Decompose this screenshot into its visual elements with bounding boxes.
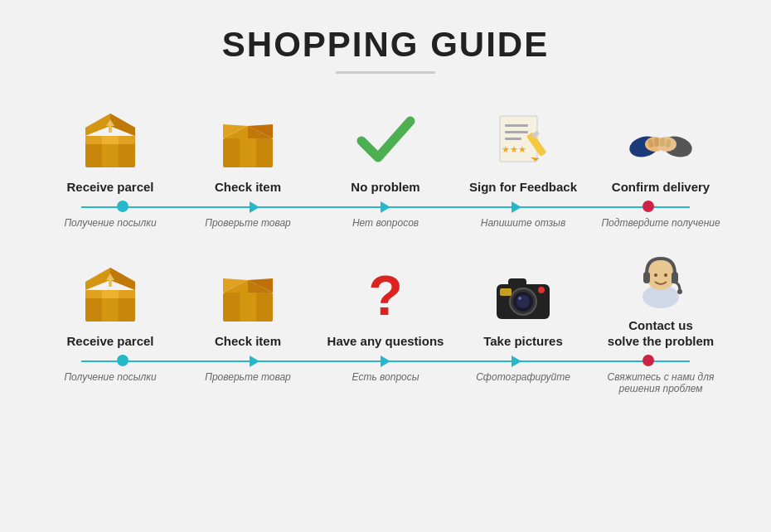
svg-point-51 xyxy=(538,287,545,293)
sublabel-confirm: Подтвердите получение xyxy=(599,217,723,229)
steps-row-2: Receive parcel Check item ? xyxy=(17,245,754,350)
step-label-receive-2: Receive parcel xyxy=(66,334,153,348)
sublabel-contact: Свяжитесь с нами для решения проблем xyxy=(599,371,723,394)
box-icon-1 xyxy=(73,107,148,173)
steps-row-1: Receive parcel Check item xyxy=(17,107,754,196)
step-label-contact-1: Contact us xyxy=(608,318,714,332)
feedback-icon: ★★★ xyxy=(486,107,560,173)
title-divider xyxy=(336,71,435,74)
dot-2-1 xyxy=(117,355,128,366)
step-label-check-2: Check item xyxy=(215,334,281,348)
dot-1 xyxy=(117,201,128,212)
svg-rect-27 xyxy=(654,138,659,147)
svg-rect-33 xyxy=(102,290,119,298)
timeline-row-1 xyxy=(17,201,754,214)
step-label-check-1: Check item xyxy=(215,180,281,194)
step-receive-1: Receive parcel xyxy=(44,107,177,196)
sublabel-check-2: Проверьте товар xyxy=(186,371,310,394)
sublabel-questions: Есть вопросы xyxy=(323,371,448,394)
support-icon xyxy=(623,245,698,312)
svg-marker-5 xyxy=(110,114,135,136)
svg-rect-55 xyxy=(643,272,650,283)
step-label-pictures: Take pictures xyxy=(483,334,563,348)
step-check-2: Check item xyxy=(182,261,314,350)
svg-rect-52 xyxy=(500,288,512,296)
open-box-icon-1 xyxy=(211,107,285,173)
svg-point-48 xyxy=(516,295,530,308)
arrow-2-1 xyxy=(250,355,259,367)
svg-point-57 xyxy=(677,289,682,294)
svg-rect-39 xyxy=(240,293,256,322)
guide-row-1: Receive parcel Check item xyxy=(17,107,754,229)
svg-rect-16 xyxy=(505,131,528,133)
step-label-feedback: Sign for Feedback xyxy=(469,180,577,194)
step-feedback: ★★★ Sign for Feedback xyxy=(457,107,589,196)
question-icon: ? xyxy=(348,261,423,327)
page-title: SHOPPING GUIDE xyxy=(222,25,549,65)
sublabel-noproblem: Нет вопросов xyxy=(323,217,448,229)
step-label-confirm: Confirm delivery xyxy=(612,180,710,194)
svg-rect-7 xyxy=(109,126,112,133)
sublabel-feedback: Напишите отзыв xyxy=(461,217,585,229)
page-title-section: SHOPPING GUIDE xyxy=(222,25,549,74)
svg-text:?: ? xyxy=(368,264,403,326)
arrow-3 xyxy=(512,201,521,213)
sublabels-row-2: Получение посылки Проверьте товар Есть в… xyxy=(17,371,754,394)
arrow-2 xyxy=(381,201,390,213)
step-receive-2: Receive parcel xyxy=(44,261,177,350)
step-noproblem: No problem xyxy=(319,107,452,196)
sublabels-row-1: Получение посылки Проверьте товар Нет во… xyxy=(17,217,754,229)
checkmark-icon xyxy=(348,107,423,173)
step-label-questions: Have any questions xyxy=(327,334,444,348)
sublabel-receive-1: Получение посылки xyxy=(48,217,172,229)
box-icon-2 xyxy=(73,261,148,327)
arrow-1 xyxy=(250,201,259,213)
svg-point-59 xyxy=(664,273,667,277)
dot-end-2 xyxy=(642,355,654,366)
svg-marker-35 xyxy=(110,268,135,290)
svg-rect-3 xyxy=(102,136,119,144)
open-box-icon-2 xyxy=(211,261,285,327)
handshake-icon xyxy=(623,107,698,173)
arrow-2-3 xyxy=(512,355,521,367)
sublabel-pictures: Сфотографируйте xyxy=(461,371,585,394)
arrow-2-2 xyxy=(381,355,390,367)
step-label-noproblem: No problem xyxy=(351,180,419,194)
timeline-dots-2 xyxy=(17,355,754,367)
svg-rect-15 xyxy=(505,124,528,127)
svg-point-58 xyxy=(654,273,657,277)
timeline-dots-1 xyxy=(17,201,754,213)
timeline-row-2 xyxy=(17,355,754,368)
step-label-contact-wrapper: Contact us solve the problem xyxy=(608,318,714,350)
svg-text:★★★: ★★★ xyxy=(502,144,526,154)
svg-rect-9 xyxy=(240,138,256,167)
step-label-receive-1: Receive parcel xyxy=(66,180,153,194)
step-contact: Contact us solve the problem xyxy=(594,245,727,350)
svg-point-49 xyxy=(518,297,521,300)
sublabel-check-1: Проверьте товар xyxy=(186,217,310,229)
svg-rect-50 xyxy=(508,278,526,287)
dot-end-1 xyxy=(642,201,654,212)
step-check-1: Check item xyxy=(182,107,314,196)
camera-icon xyxy=(486,261,560,327)
step-label-contact-2: solve the problem xyxy=(608,334,714,348)
svg-rect-17 xyxy=(505,138,521,140)
step-confirm: Confirm delivery xyxy=(594,107,727,196)
step-questions: ? Have any questions xyxy=(319,261,452,350)
sublabel-receive-2: Получение посылки xyxy=(48,371,172,394)
svg-rect-37 xyxy=(109,280,112,287)
guide-row-2: Receive parcel Check item ? xyxy=(17,245,754,394)
step-pictures: Take pictures xyxy=(457,261,589,350)
